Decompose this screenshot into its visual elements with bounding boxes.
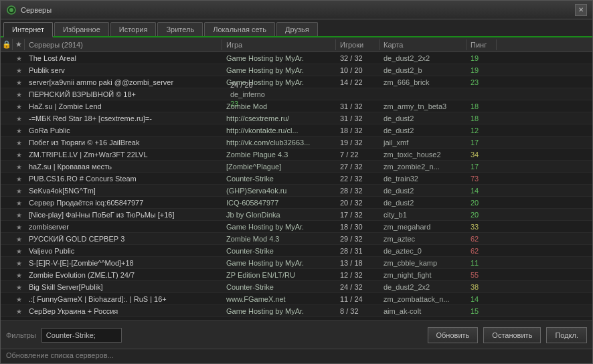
table-row[interactable]: ★ .:[ FunnyGameX | Biohazard]:. | RuS | …: [1, 293, 592, 305]
row-ping: 18: [467, 102, 497, 111]
table-row[interactable]: ★ Zombie Evolution (ZME.LT) 24/7 ZP Edit…: [1, 269, 592, 281]
table-row[interactable]: ★ PUB.CS16.RO # Concurs Steam Counter-St…: [1, 173, 592, 185]
table-row[interactable]: ★ SeKva4ok[5NG^Tm] (GHP)Serva4ok.ru 28 /…: [1, 185, 592, 197]
tab-history[interactable]: История: [110, 22, 157, 36]
table-row[interactable]: ★ haZ.su | Кровавая месть [Zombie^Plague…: [1, 161, 592, 173]
row-fav-icon: ★: [13, 235, 25, 243]
tab-internet[interactable]: Интернет: [3, 22, 53, 37]
row-game: www.FGameX.net: [222, 294, 336, 304]
row-server-name: .:[ FunnyGameX | Biohazard]:. | RuS | 16…: [25, 294, 222, 304]
row-ping: 19: [467, 66, 497, 75]
table-row[interactable]: ★ Побег из Тюряги © +16 JailBreak http:/…: [1, 136, 592, 149]
row-game: http://vkontakte.ru/cl...: [222, 126, 336, 135]
header-lock[interactable]: 🔒: [1, 39, 13, 50]
header-game[interactable]: Игра: [222, 39, 336, 50]
row-fav-icon: ★: [13, 78, 25, 86]
row-fav-icon: ★: [13, 175, 25, 183]
row-server-name: Big Skill Server[Publik]: [25, 282, 222, 292]
tab-lan[interactable]: Локальная сеть: [204, 22, 275, 36]
header-name[interactable]: Серверы (2914): [25, 39, 222, 50]
row-fav-icon: ★: [13, 187, 25, 195]
row-map: de_dust2: [379, 114, 467, 123]
row-players: 14 / 22: [336, 78, 379, 87]
table-row[interactable]: ★ -=МБК Red Star 18+ [csextreme.ru]=- ht…: [1, 112, 592, 124]
window-title: Серверы: [21, 6, 575, 14]
row-ping: 33: [467, 222, 497, 232]
close-button[interactable]: ✕: [575, 4, 587, 16]
table-row[interactable]: ★ ZM.TRIPLE.LV | Zm+War3FT 22LVL Zombie …: [1, 149, 592, 161]
table-row[interactable]: ★ zombiserver Game Hosting by MyAr. 18 /…: [1, 221, 592, 233]
row-players: 28 / 31: [336, 246, 379, 256]
refresh-button[interactable]: Обновить: [428, 327, 479, 343]
table-row[interactable]: ★ HaZ.su | Zombie Lend Zombie Mod 31 / 3…: [1, 100, 592, 112]
row-ping: 11: [467, 258, 497, 268]
row-game: Zombie Plague 4.3: [222, 150, 336, 159]
table-row[interactable]: ★ РУССКИЙ GOLD СЕРВЕР 3 Zombie Mod 4.3 2…: [1, 233, 592, 245]
row-ping: 23: [467, 78, 497, 87]
row-map: de_dust2: [379, 198, 467, 207]
row-server-name: РУССКИЙ GOLD СЕРВЕР 3: [25, 234, 222, 244]
table-row[interactable]: ★ Valjevo Public Counter-Strike 28 / 31 …: [1, 245, 592, 257]
row-ping: 19: [467, 54, 497, 63]
table-row[interactable]: ★ Publik serv Game Hosting by MyAr. 10 /…: [1, 64, 592, 76]
row-ping: 20: [467, 198, 497, 207]
tab-spectator[interactable]: Зритель: [157, 22, 203, 36]
status-bar: Обновление списка серверов...: [1, 349, 592, 363]
row-players: 7 / 22: [336, 150, 379, 159]
row-game: Game Hosting by MyAr.: [222, 306, 336, 316]
table-row[interactable]: ★ Сервер Продаётся icq:605847977 ICQ-605…: [1, 197, 592, 209]
row-ping: 62: [467, 234, 497, 244]
tab-friends[interactable]: Друзья: [276, 22, 318, 36]
row-players: 11 / 24: [336, 294, 379, 304]
row-players: 31 / 32: [336, 102, 379, 111]
row-server-name: Сервер Продаётся icq:605847977: [25, 198, 222, 207]
tab-favorites[interactable]: Избранное: [54, 22, 109, 36]
row-fav-icon: ★: [13, 163, 25, 171]
table-row[interactable]: ★ ПEPНCKИЙ ВЗРЫВНОЙ © 18+ 24 / 26 de_inf…: [1, 88, 592, 100]
row-ping: 62: [467, 246, 497, 256]
table-row[interactable]: ★ GoRa Public http://vkontakte.ru/cl... …: [1, 124, 592, 136]
row-fav-icon: ★: [13, 247, 25, 255]
row-map: de_dust2_2x2: [379, 282, 467, 292]
row-server-name: haZ.su | Кровавая месть: [25, 162, 222, 171]
table-row[interactable]: ★ S-[E]R-V-[E]-[Zombie^^Mod]+18 Game Hos…: [1, 257, 592, 269]
lock-header-icon: 🔒: [2, 40, 11, 49]
title-bar: Серверы ✕: [1, 1, 592, 19]
table-row[interactable]: ★ Big Skill Server[Publik] Counter-Strik…: [1, 281, 592, 293]
table-row[interactable]: ★ The Lost Areal Game Hosting by MyAr. 3…: [1, 52, 592, 64]
table-row[interactable]: ★ СерВер Украина + Россия Game Hosting b…: [1, 305, 592, 317]
filter-input[interactable]: [41, 328, 122, 343]
row-players: 24 / 26: [226, 80, 270, 90]
row-players: 28 / 32: [336, 186, 379, 195]
row-fav-icon: ★: [13, 295, 25, 303]
row-players: 18 / 30: [336, 222, 379, 232]
row-server-name: Valjevo Public: [25, 246, 222, 256]
row-players: 8 / 32: [336, 306, 379, 316]
row-players: 32 / 32: [336, 54, 379, 63]
row-map: zm_night_fight: [379, 270, 467, 280]
svg-point-1: [9, 8, 13, 12]
table-row[interactable]: ★ [Nice-play] ФаНны ПоБеГ из ТюРьМы [+16…: [1, 209, 592, 221]
connect-button[interactable]: Подкл.: [546, 327, 587, 343]
row-game: ZP Edition EN/LT/RU: [222, 270, 336, 280]
header-map[interactable]: Карта: [379, 39, 467, 50]
row-map: jail_xmf: [379, 138, 467, 147]
row-game: Counter-Strike: [222, 174, 336, 183]
row-ping: 17: [467, 162, 497, 171]
row-game: Zombie Mod 4.3: [222, 234, 336, 244]
row-game: Zombie Mod: [222, 102, 336, 111]
row-fav-icon: ★: [13, 114, 25, 122]
server-rows[interactable]: ★ The Lost Areal Game Hosting by MyAr. 3…: [1, 52, 592, 321]
header-fav[interactable]: ★: [13, 39, 25, 50]
header-ping[interactable]: Пинг: [467, 39, 497, 50]
row-map: de_dust2: [379, 126, 467, 135]
row-fav-icon: ★: [13, 151, 25, 159]
row-ping: 38: [467, 282, 497, 292]
row-players: 20 / 32: [336, 198, 379, 207]
header-players[interactable]: Игроки: [336, 39, 379, 50]
stop-button[interactable]: Остановить: [483, 327, 541, 343]
row-fav-icon: ★: [13, 126, 25, 134]
row-players: 13 / 18: [336, 258, 379, 268]
row-fav-icon: ★: [13, 102, 25, 110]
row-fav-icon: ★: [13, 259, 25, 267]
